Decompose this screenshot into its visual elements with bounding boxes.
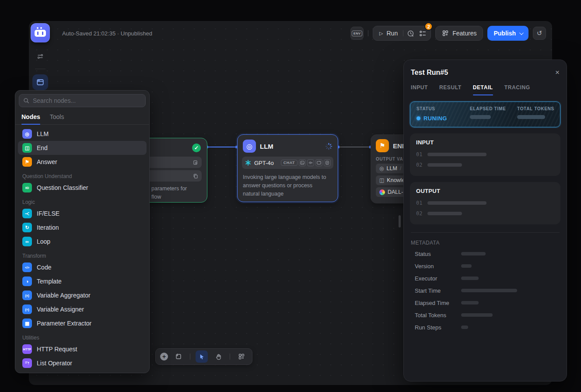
metadata-skeleton [461, 252, 486, 256]
line-number: 02 [416, 162, 422, 168]
workflow-settings-button[interactable] [33, 49, 47, 63]
palette-node-list: ◎LLM◫End⚑AnswerQuestion Understand‖DQues… [15, 125, 149, 373]
palette-item-label: Template [37, 278, 62, 285]
pointer-tool-button[interactable] [196, 350, 208, 363]
metadata-label: Executor [415, 275, 461, 282]
search-box[interactable] [19, 94, 146, 107]
palette-item-template[interactable]: ◑Template [18, 274, 147, 288]
metadata-label: Elapsed Time [415, 300, 461, 306]
metadata-title: METADATA [411, 240, 560, 246]
palette-item-variable-aggregator[interactable]: {x}Variable Aggregator [18, 288, 147, 302]
palette-item-variable-assigner[interactable]: {=}Variable Assigner [18, 302, 147, 316]
dalle-icon [379, 189, 385, 195]
checklist-button[interactable]: 2 [416, 27, 429, 39]
video-icon [315, 159, 322, 166]
robot-icon [37, 27, 38, 29]
metadata-label: Total Tokens [415, 312, 461, 318]
run-history-button[interactable] [404, 27, 416, 39]
preview-window-button[interactable] [32, 74, 48, 90]
http-request-icon: HTTP [22, 344, 32, 354]
canvas-scrollbar-thumb[interactable] [399, 215, 401, 228]
palette-item-llm[interactable]: ◎LLM [18, 127, 147, 141]
elapsed-time-label: ELAPSED TIME [470, 106, 517, 111]
elapsed-time-skeleton [470, 115, 491, 119]
run-button[interactable]: ▷ Run [375, 26, 402, 40]
document-icon [192, 160, 198, 165]
answer-icon: ⚑ [22, 157, 32, 167]
palette-item-answer[interactable]: ⚑Answer [18, 155, 147, 169]
metadata-skeleton [461, 301, 479, 304]
palette-item-list-operator[interactable]: List Operator [18, 356, 147, 370]
llm-node[interactable]: ◎ LLM [237, 134, 338, 202]
metadata-skeleton [461, 326, 468, 329]
total-tokens-skeleton [517, 115, 545, 119]
palette-item-end[interactable]: ◫End [18, 141, 147, 155]
panel-tab-detail[interactable]: DETAIL [473, 84, 493, 95]
question-classifier-icon: ‖D [22, 183, 32, 192]
section-header: Transform [22, 253, 142, 259]
test-run-panel: Test Run#5 × INPUTRESULTDETAILTRACING ST… [403, 60, 567, 382]
value-skeleton [427, 153, 486, 156]
template-icon: ◑ [22, 276, 32, 286]
success-check-icon: ✓ [192, 144, 201, 152]
organize-nodes-button[interactable] [235, 350, 248, 363]
panel-body: STATUS RUNING ELAPSED TIME TOTAL TOKENS … [404, 95, 567, 340]
version-history-button[interactable]: ↺ [533, 27, 546, 40]
palette-item-label: HTTP Request [37, 346, 77, 353]
end-icon: ◫ [22, 143, 32, 153]
panel-header: Test Run#5 × [404, 60, 567, 77]
palette-item-code[interactable]: </>Code [18, 260, 147, 274]
publish-button[interactable]: Publish [487, 26, 528, 41]
chevron-down-icon [519, 31, 524, 35]
section-header: Question Understand [22, 173, 142, 179]
model-selector[interactable]: GPT-4o CHAT [242, 157, 333, 169]
palette-item-label: End [37, 144, 48, 151]
tab-nodes[interactable]: Nodes [21, 111, 40, 124]
code-icon: </> [22, 262, 32, 272]
panel-tabs: INPUTRESULTDETAILTRACING [404, 77, 567, 95]
panel-tab-result[interactable]: RESULT [439, 84, 462, 95]
run-label: Run [387, 30, 398, 37]
model-capability-badges: CHAT [281, 159, 331, 166]
palette-item-parameter-extractor[interactable]: ▦Parameter Extractor [18, 316, 147, 330]
palette-item-loop[interactable]: ∞Loop [18, 234, 147, 248]
panel-tab-tracing[interactable]: TRACING [504, 84, 530, 95]
canvas-toolbar: + [155, 348, 252, 365]
env-button[interactable]: ENV [350, 27, 364, 40]
palette-item-iteration[interactable]: ↻Iteration [18, 220, 147, 234]
knowledge-icon: ◫ [379, 177, 384, 183]
run-button-group: ▷ Run [373, 26, 431, 41]
palette-item-label: Parameter Extractor [37, 320, 91, 327]
start-node-description: parameters for flow [151, 185, 187, 202]
search-input[interactable] [33, 97, 141, 104]
llm-node-description: Invoking large language models to answer… [243, 173, 330, 198]
add-note-button[interactable] [172, 350, 185, 363]
publish-label: Publish [494, 30, 516, 37]
add-node-button[interactable]: + [160, 353, 168, 360]
palette-item-http-request[interactable]: HTTPHTTP Request [18, 342, 147, 356]
features-button[interactable]: Features [435, 26, 483, 41]
hand-tool-button[interactable] [212, 350, 224, 363]
loop-icon: ∞ [22, 237, 32, 246]
palette-item-if-else[interactable]: IF/ELSE [18, 206, 147, 220]
status-label: STATUS [416, 106, 470, 111]
app-logo[interactable] [31, 23, 50, 42]
iteration-icon: ↻ [22, 223, 32, 232]
tab-tools[interactable]: Tools [50, 111, 64, 124]
palette-item-question-classifier[interactable]: ‖DQuestion Classifier [18, 181, 147, 195]
io-row: 01 [416, 151, 554, 158]
variable-assigner-icon: {=} [22, 304, 32, 314]
image-icon [299, 159, 306, 166]
close-icon[interactable]: × [555, 69, 560, 76]
panel-tab-input[interactable]: INPUT [411, 84, 428, 95]
metadata-label: Run Steps [415, 324, 461, 331]
palette-item-label: Variable Aggregator [37, 292, 91, 299]
llm-icon: ◎ [243, 140, 256, 153]
parameter-extractor-icon: ▦ [22, 318, 32, 328]
palette-item-label: LLM [37, 130, 49, 137]
copy-icon [192, 173, 198, 179]
features-label: Features [452, 30, 476, 37]
node-palette: NodesTools ◎LLM◫End⚑AnswerQuestion Under… [15, 90, 150, 373]
running-spinner-icon [325, 143, 332, 150]
panel-divider [411, 232, 560, 233]
